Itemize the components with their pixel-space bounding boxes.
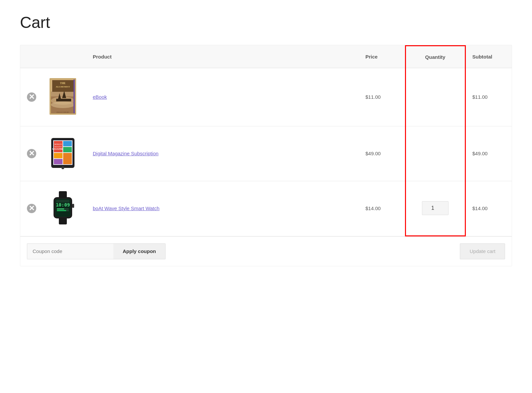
remove-cell-3: ✕ bbox=[20, 181, 43, 236]
price-cell-3: $14.00 bbox=[359, 181, 405, 236]
apply-coupon-button[interactable]: Apply coupon bbox=[113, 243, 166, 259]
col-header-subtotal: Subtotal bbox=[465, 46, 512, 68]
product-link-2[interactable]: Digital Magazine Subscription bbox=[93, 151, 159, 156]
svg-point-27 bbox=[62, 167, 64, 169]
col-header-product: Product bbox=[86, 46, 359, 68]
svg-rect-25 bbox=[63, 153, 72, 164]
product-name-cell-2: Digital Magazine Subscription bbox=[86, 126, 359, 181]
subtotal-value-3: $14.00 bbox=[472, 205, 488, 211]
remove-cell-1: ✕ bbox=[20, 68, 43, 126]
page-title: Cart bbox=[20, 13, 512, 32]
product-image-3: 10:09 bbox=[50, 191, 76, 224]
price-value-3: $14.00 bbox=[365, 205, 381, 211]
svg-rect-13 bbox=[73, 79, 75, 113]
subtotal-cell-3: $14.00 bbox=[465, 181, 512, 236]
remove-button-1[interactable]: ✕ bbox=[27, 92, 36, 102]
col-header-remove bbox=[20, 46, 43, 68]
quantity-cell-2 bbox=[405, 126, 465, 181]
remove-button-3[interactable]: ✕ bbox=[27, 204, 36, 213]
svg-rect-38 bbox=[57, 210, 66, 211]
col-header-quantity: Quantity bbox=[405, 46, 465, 68]
product-link-3[interactable]: boAt Wave Style Smart Watch bbox=[93, 205, 160, 211]
svg-text:PAULO COELHO: PAULO COELHO bbox=[57, 111, 69, 113]
svg-text:FAVOURITE: FAVOURITE bbox=[55, 146, 62, 148]
col-header-image bbox=[43, 46, 86, 68]
svg-rect-8 bbox=[56, 99, 71, 101]
svg-point-5 bbox=[51, 101, 75, 108]
svg-text:10:09: 10:09 bbox=[56, 202, 70, 207]
svg-text:WORLD'S: WORLD'S bbox=[55, 143, 63, 145]
col-header-price: Price bbox=[359, 46, 405, 68]
svg-text:MAGAZINES: MAGAZINES bbox=[52, 148, 64, 150]
cart-row-2: ✕ WORLD'S FAVOURITE MAGAZINES bbox=[20, 126, 512, 181]
update-cart-button[interactable]: Update cart bbox=[460, 243, 505, 259]
svg-rect-23 bbox=[54, 153, 63, 158]
quantity-input-3[interactable] bbox=[422, 201, 449, 215]
price-cell-2: $49.00 bbox=[359, 126, 405, 181]
svg-text:ALCHEMIST: ALCHEMIST bbox=[56, 85, 70, 88]
cart-row-3: ✕ bbox=[20, 181, 512, 236]
remove-button-2[interactable]: ✕ bbox=[27, 149, 36, 158]
subtotal-cell-1: $11.00 bbox=[465, 68, 512, 126]
product-image-2: WORLD'S FAVOURITE MAGAZINES bbox=[50, 136, 79, 170]
price-value-2: $49.00 bbox=[365, 151, 381, 156]
svg-text:THE: THE bbox=[60, 82, 66, 85]
product-link-1[interactable]: eBook bbox=[93, 94, 107, 100]
product-image-1: THE ALCHEMIST PAULO COELHO bbox=[50, 78, 76, 115]
svg-rect-39 bbox=[72, 204, 74, 208]
svg-rect-22 bbox=[63, 147, 72, 152]
svg-rect-24 bbox=[54, 159, 63, 164]
subtotal-value-1: $11.00 bbox=[472, 94, 488, 100]
svg-rect-36 bbox=[57, 208, 64, 209]
cart-table-wrapper: Product Price Quantity Subtotal ✕ bbox=[20, 45, 512, 266]
coupon-input[interactable] bbox=[27, 243, 113, 259]
product-name-cell-3: boAt Wave Style Smart Watch bbox=[86, 181, 359, 236]
cart-table: Product Price Quantity Subtotal ✕ bbox=[20, 45, 512, 236]
cart-row-1: ✕ bbox=[20, 68, 512, 126]
svg-rect-21 bbox=[63, 141, 72, 146]
cart-footer: Apply coupon Update cart bbox=[20, 236, 512, 266]
image-cell-1: THE ALCHEMIST PAULO COELHO bbox=[43, 68, 86, 126]
product-name-cell-1: eBook bbox=[86, 68, 359, 126]
image-cell-3: 10:09 bbox=[43, 181, 86, 236]
remove-cell-2: ✕ bbox=[20, 126, 43, 181]
quantity-cell-3 bbox=[405, 181, 465, 236]
subtotal-value-2: $49.00 bbox=[472, 151, 488, 156]
quantity-cell-1 bbox=[405, 68, 465, 126]
price-cell-1: $11.00 bbox=[359, 68, 405, 126]
image-cell-2: WORLD'S FAVOURITE MAGAZINES bbox=[43, 126, 86, 181]
price-value-1: $11.00 bbox=[365, 94, 381, 100]
subtotal-cell-2: $49.00 bbox=[465, 126, 512, 181]
